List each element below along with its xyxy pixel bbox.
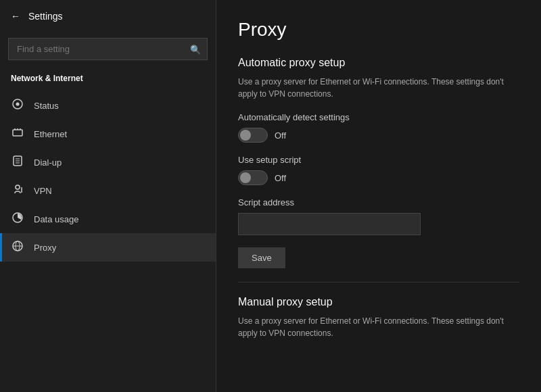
auto-section-desc: Use a proxy server for Ethernet or Wi-Fi… [238,76,519,100]
auto-section-title: Automatic proxy setup [238,57,519,69]
detect-settings-row: Automatically detect settings Off [238,112,519,143]
sidebar-item-label-ethernet: Ethernet [34,129,67,139]
sidebar-item-dialup[interactable]: Dial-up [0,148,216,176]
sidebar-item-label-proxy: Proxy [34,243,56,253]
setup-script-row: Use setup script Off [238,155,519,185]
setup-script-label: Use setup script [238,155,519,165]
vpn-icon [11,183,24,198]
sidebar: ← Settings 🔍 Network & Internet Status E… [0,0,216,392]
proxy-icon [11,240,24,255]
script-address-input[interactable] [238,213,421,235]
detect-settings-toggle-row: Off [238,128,519,143]
save-button[interactable]: Save [238,247,285,268]
detect-settings-toggle[interactable] [238,128,268,143]
search-input[interactable] [8,38,208,60]
back-button[interactable]: ← [11,11,20,22]
data-usage-icon [11,212,24,226]
detect-settings-toggle-knob [240,130,251,141]
sidebar-item-status[interactable]: Status [0,91,216,120]
ethernet-icon [11,126,24,141]
page-title: Proxy [238,19,519,41]
script-address-row: Script address [238,197,519,235]
sidebar-item-proxy[interactable]: Proxy [0,233,216,262]
nav-section-label: Network & Internet [0,68,216,91]
sidebar-item-label-dialup: Dial-up [34,157,62,168]
manual-section-title: Manual proxy setup [238,296,519,308]
svg-point-10 [16,185,20,189]
status-icon [11,98,24,113]
search-icon: 🔍 [190,44,201,54]
script-address-label: Script address [238,197,519,207]
sidebar-item-ethernet[interactable]: Ethernet [0,120,216,148]
divider [238,282,519,283]
svg-rect-2 [13,130,22,136]
sidebar-item-label-vpn: VPN [34,186,52,196]
setup-script-toggle[interactable] [238,170,268,185]
search-box: 🔍 [8,38,208,60]
sidebar-header: ← Settings [0,0,216,32]
sidebar-item-label-data-usage: Data usage [34,214,79,224]
app-title: Settings [28,11,63,22]
setup-script-state: Off [275,173,286,183]
svg-point-12 [21,187,22,189]
sidebar-item-data-usage[interactable]: Data usage [0,205,216,233]
detect-settings-label: Automatically detect settings [238,112,519,122]
sidebar-item-vpn[interactable]: VPN [0,176,216,205]
detect-settings-state: Off [275,130,286,141]
main-content: Proxy Automatic proxy setup Use a proxy … [216,0,541,392]
manual-section-desc: Use a proxy server for Ethernet or Wi-Fi… [238,315,519,339]
sidebar-item-label-status: Status [34,101,59,111]
setup-script-toggle-row: Off [238,170,519,185]
dialup-icon [11,155,24,170]
setup-script-toggle-knob [240,172,251,183]
svg-point-1 [16,103,20,106]
